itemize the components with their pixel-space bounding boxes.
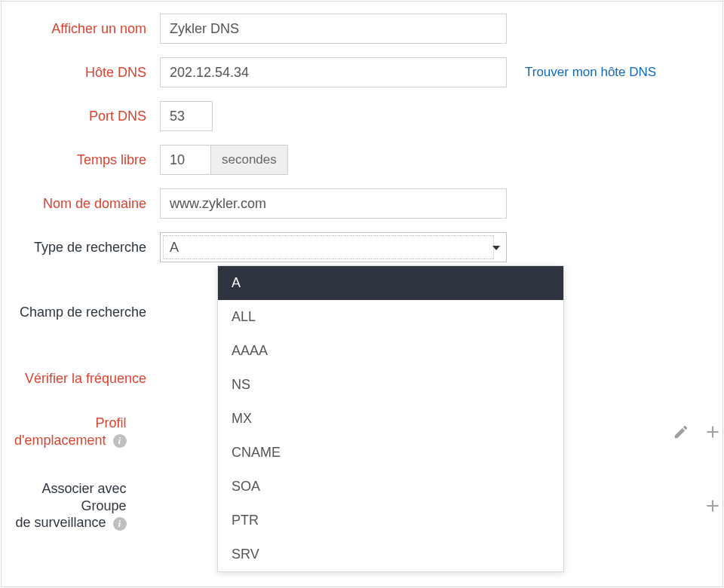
label-monitor-group-l3: de surveillance <box>15 515 106 530</box>
label-dns-port: Port DNS <box>2 108 160 125</box>
timeout-input[interactable] <box>160 145 211 175</box>
label-location-profile: Profil d'emplacement i <box>2 415 140 449</box>
lookup-type-option-a[interactable]: A <box>218 266 563 300</box>
label-display-name: Afficher un nom <box>2 20 160 38</box>
label-lookup-type: Type de recherche <box>2 239 160 256</box>
dns-host-input[interactable] <box>160 57 507 87</box>
lookup-type-option-ptr[interactable]: PTR <box>218 504 563 537</box>
lookup-type-select[interactable]: A <box>160 232 507 262</box>
label-domain-name: Nom de domaine <box>2 195 160 213</box>
label-monitor-group: Associer avec Groupe de surveillance i <box>2 480 140 531</box>
info-icon[interactable]: i <box>113 517 127 531</box>
lookup-type-selected-value: A <box>170 240 179 256</box>
info-icon[interactable]: i <box>113 434 127 448</box>
lookup-type-option-srv[interactable]: SRV <box>218 537 563 571</box>
label-monitor-group-l1: Associer avec <box>41 481 126 496</box>
find-my-dns-link[interactable]: Trouver mon hôte DNS <box>525 65 656 80</box>
plus-icon[interactable] <box>703 496 722 516</box>
lookup-type-option-all[interactable]: ALL <box>218 300 563 334</box>
display-name-input[interactable] <box>160 14 507 44</box>
lookup-type-option-cname[interactable]: CNAME <box>218 436 563 470</box>
row-lookup-type: Type de recherche A <box>2 232 722 262</box>
lookup-type-dropdown: A ALL AAAA NS MX CNAME SOA PTR SRV <box>217 265 564 572</box>
plus-icon[interactable] <box>703 422 722 442</box>
label-search-field: Champ de recherche <box>2 304 160 321</box>
label-timeout: Temps libre <box>2 152 160 169</box>
row-domain-name: Nom de domaine <box>2 188 722 219</box>
label-check-frequency: Vérifier la fréquence <box>2 370 160 387</box>
lookup-type-option-mx[interactable]: MX <box>218 402 563 436</box>
row-dns-host: Hôte DNS Trouver mon hôte DNS <box>2 57 722 87</box>
pencil-icon[interactable] <box>673 424 689 440</box>
lookup-type-option-soa[interactable]: SOA <box>218 470 563 504</box>
lookup-type-option-aaaa[interactable]: AAAA <box>218 334 563 368</box>
dns-port-input[interactable] <box>160 101 213 131</box>
label-location-profile-l1: Profil <box>95 415 126 430</box>
domain-name-input[interactable] <box>160 188 507 219</box>
row-display-name: Afficher un nom <box>2 14 722 44</box>
row-dns-port: Port DNS <box>2 101 722 131</box>
label-dns-host: Hôte DNS <box>2 64 160 81</box>
lookup-type-option-ns[interactable]: NS <box>218 368 563 402</box>
timeout-unit-label: secondes <box>211 145 288 175</box>
label-monitor-group-l2: Groupe <box>81 498 126 513</box>
label-location-profile-l2: d'emplacement <box>14 433 106 448</box>
select-focus-ring <box>163 235 494 259</box>
row-timeout: Temps libre secondes <box>2 145 722 175</box>
